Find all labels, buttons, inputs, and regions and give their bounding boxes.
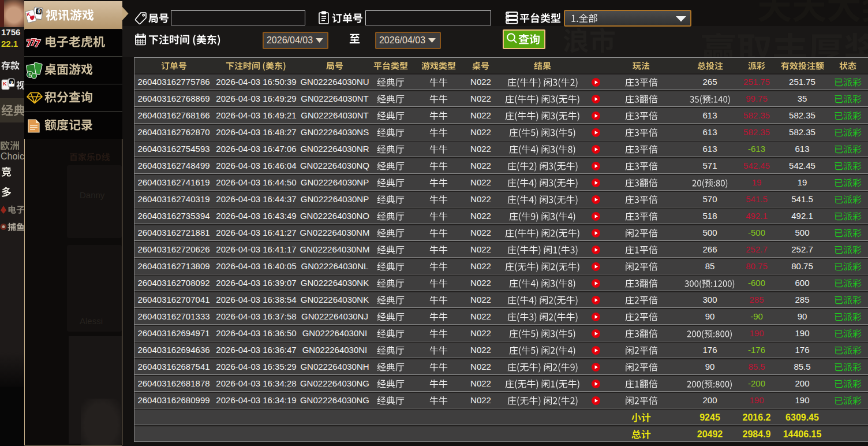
- svg-text:K: K: [3, 81, 7, 87]
- svg-text:9: 9: [10, 80, 13, 85]
- svg-text:$: $: [29, 73, 31, 77]
